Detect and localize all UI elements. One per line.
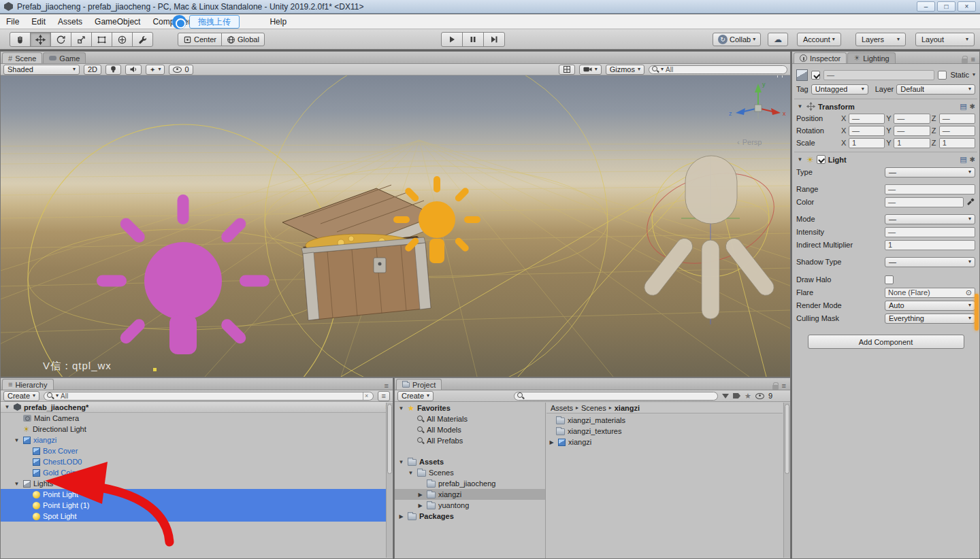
lock-icon[interactable] xyxy=(962,58,968,63)
orange-scroll-marker[interactable] xyxy=(975,294,979,331)
pivot-toggle-button[interactable]: Center xyxy=(178,33,222,46)
project-item-favorites[interactable]: ▼ ★ Favorites xyxy=(395,403,545,413)
foldout-icon[interactable]: ▶ xyxy=(416,492,424,498)
project-create-dropdown[interactable]: Create ▾ xyxy=(397,391,434,401)
name-field[interactable]: — xyxy=(823,70,934,80)
collab-dropdown[interactable]: ↻ Collab ▾ xyxy=(713,33,761,46)
help-icon[interactable]: ▤ xyxy=(960,103,966,110)
light-enabled-checkbox[interactable] xyxy=(817,155,826,164)
tab-project[interactable]: Project xyxy=(396,379,442,390)
filter-by-label-icon[interactable] xyxy=(733,393,740,399)
menu-gameobject[interactable]: GameObject xyxy=(88,14,146,29)
scene-lighting-toggle[interactable] xyxy=(105,65,121,75)
scene-audio-toggle[interactable] xyxy=(125,65,142,75)
hierarchy-scrollbar[interactable] xyxy=(386,403,393,558)
rect-tool-button[interactable] xyxy=(91,32,112,47)
foldout-icon[interactable]: ▶ xyxy=(416,503,424,509)
2d-toggle-button[interactable]: 2D xyxy=(84,65,101,75)
hierarchy-item-lights[interactable]: ▼ Lights xyxy=(1,478,393,489)
file-item-xiangzi-textures[interactable]: xiangzi_textures xyxy=(546,426,783,437)
scene-header-row[interactable]: ▼ prefab_jiaocheng* ≡ xyxy=(1,402,393,413)
indirect-multiplier-field[interactable]: 1 xyxy=(885,240,975,250)
foldout-icon[interactable]: ▼ xyxy=(3,404,11,410)
hierarchy-item-spot-light[interactable]: Spot Light xyxy=(1,511,393,522)
hand-tool-button[interactable] xyxy=(10,32,31,47)
project-item-xiangzi[interactable]: ▶ xiangzi xyxy=(395,489,545,500)
gear-icon[interactable]: ✱ xyxy=(970,103,975,110)
pause-button[interactable] xyxy=(462,32,484,47)
space-toggle-button[interactable]: Global xyxy=(221,33,265,46)
scene-visibility-toggle[interactable]: 0 xyxy=(169,65,193,75)
snap-settings-button[interactable] xyxy=(559,65,575,75)
hierarchy-item-chestlod0[interactable]: ChestLOD0 xyxy=(1,456,393,467)
light-type-dropdown[interactable]: —▾ xyxy=(885,167,975,177)
foldout-icon[interactable]: ▼ xyxy=(796,156,804,163)
tab-hierarchy[interactable]: ≡ Hierarchy xyxy=(2,379,54,390)
static-dropdown-icon[interactable]: ▾ xyxy=(973,72,975,78)
lock-icon[interactable] xyxy=(772,385,779,390)
scene-camera-dropdown[interactable]: ▾ xyxy=(579,65,602,75)
draw-halo-checkbox[interactable] xyxy=(885,275,894,284)
rotation-y-field[interactable]: — xyxy=(894,126,930,136)
static-checkbox[interactable] xyxy=(938,71,947,80)
foldout-icon[interactable]: ▼ xyxy=(796,103,804,109)
hierarchy-create-dropdown[interactable]: Create ▾ xyxy=(3,391,39,401)
project-item-prefab-jiaocheng[interactable]: prefab_jiaocheng xyxy=(395,478,545,489)
maximize-button[interactable]: □ xyxy=(937,1,956,12)
render-mode-dropdown[interactable]: Auto▾ xyxy=(885,301,975,311)
help-icon[interactable]: ▤ xyxy=(960,156,966,163)
scene-effects-dropdown[interactable]: ✦ ▾ xyxy=(146,65,165,75)
position-z-field[interactable]: — xyxy=(939,114,975,124)
tab-inspector[interactable]: Inspector xyxy=(794,52,847,63)
intensity-field[interactable]: — xyxy=(885,227,975,237)
foldout-icon[interactable]: ▼ xyxy=(397,459,405,465)
transform-tool-button[interactable] xyxy=(112,32,133,47)
panel-menu-icon[interactable]: ≡ xyxy=(782,382,786,390)
gizmos-dropdown[interactable]: Gizmos ▾ xyxy=(606,65,644,75)
color-swatch[interactable]: — xyxy=(885,197,964,207)
file-item-xiangzi-prefab[interactable]: ▶ xiangzi xyxy=(546,437,783,447)
cloud-button[interactable]: ☁ xyxy=(768,33,788,46)
hierarchy-item-point-light[interactable]: Point Light xyxy=(1,489,393,500)
hidden-count-icon[interactable] xyxy=(755,393,764,399)
project-search-input[interactable] xyxy=(514,392,718,401)
hierarchy-search-input[interactable]: ▾ All × xyxy=(44,392,374,401)
scale-z-field[interactable]: 1 xyxy=(939,138,975,148)
position-y-field[interactable]: — xyxy=(894,114,930,124)
breadcrumb-scenes[interactable]: Scenes xyxy=(581,404,606,412)
eyedropper-icon[interactable] xyxy=(966,198,975,207)
foldout-icon[interactable]: ▼ xyxy=(397,405,405,411)
play-button[interactable] xyxy=(441,32,463,47)
shadow-type-dropdown[interactable]: —▾ xyxy=(885,257,975,267)
foldout-icon[interactable]: ▼ xyxy=(407,470,414,476)
gear-icon[interactable]: ✱ xyxy=(970,156,975,163)
culling-mask-dropdown[interactable]: Everything▾ xyxy=(885,314,975,324)
menu-file[interactable]: File xyxy=(0,14,25,29)
transform-header[interactable]: ▼ Transform ▤ ✱ xyxy=(794,99,977,112)
step-button[interactable] xyxy=(483,32,505,47)
hierarchy-item-xiangzi[interactable]: ▼ xiangzi xyxy=(1,435,393,445)
file-item-xiangzi-materials[interactable]: xiangzi_materials xyxy=(546,415,783,426)
uploader-dropzone[interactable]: 拖拽上传 xyxy=(189,15,240,29)
scale-x-field[interactable]: 1 xyxy=(849,138,885,148)
range-field[interactable]: — xyxy=(885,184,975,194)
hierarchy-item-directional-light[interactable]: ☀ Directional Light xyxy=(1,424,393,435)
scene-orientation-gizmo[interactable]: y x z xyxy=(729,81,786,119)
project-item-yuantong[interactable]: ▶ yuantong xyxy=(395,500,545,511)
add-component-button[interactable]: Add Component xyxy=(808,335,964,349)
menu-edit[interactable]: Edit xyxy=(25,14,52,29)
foldout-icon[interactable]: ▶ xyxy=(397,513,405,520)
object-picker-icon[interactable]: ⊙ xyxy=(966,289,972,297)
save-search-icon[interactable]: ★ xyxy=(745,392,751,400)
active-checkbox[interactable] xyxy=(811,71,820,80)
clear-search-icon[interactable]: × xyxy=(363,392,370,400)
project-item-scenes[interactable]: ▼ Scenes xyxy=(395,467,545,478)
point-light-gizmo-magenta[interactable] xyxy=(97,194,270,354)
hierarchy-item-point-light-1[interactable]: Point Light (1) xyxy=(1,500,393,511)
project-item-packages[interactable]: ▶ Packages xyxy=(395,511,545,522)
light-header[interactable]: ▼ ☀ Light ▤ ✱ xyxy=(794,152,977,165)
project-item-assets[interactable]: ▼ Assets xyxy=(395,456,545,467)
scene-search-input[interactable]: ▾ All xyxy=(649,65,787,74)
project-scrollbar[interactable] xyxy=(783,403,790,558)
rotation-z-field[interactable]: — xyxy=(939,126,975,136)
